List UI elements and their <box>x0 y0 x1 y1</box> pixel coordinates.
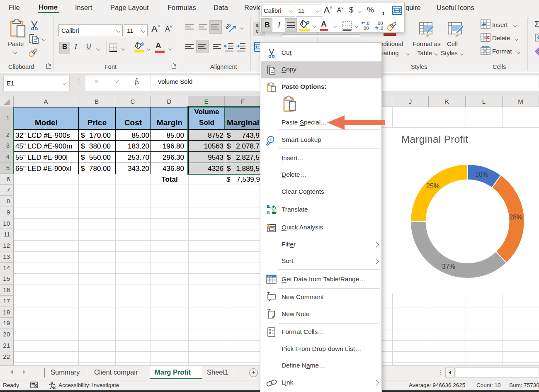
svg-text:a: a <box>267 209 270 215</box>
svg-text:ab: ab <box>226 22 232 30</box>
svg-text:.0: .0 <box>379 26 383 31</box>
svg-text:i: i <box>270 138 271 142</box>
svg-text:.00: .00 <box>376 21 383 26</box>
svg-text:.00: .00 <box>362 26 369 31</box>
svg-text:.0: .0 <box>366 21 369 26</box>
